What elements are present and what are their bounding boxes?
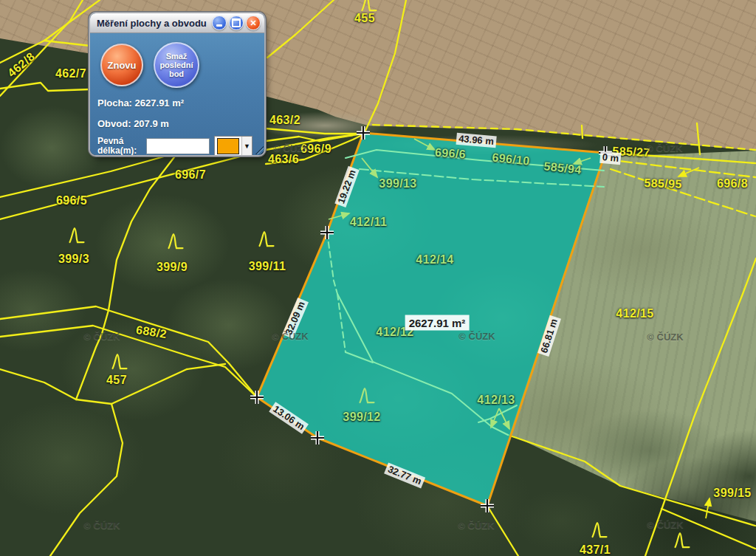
delete-last-point-button[interactable]: Smaž poslední bod [154,42,199,88]
parcel-label: 585/94 [543,159,583,176]
map-viewer: 455462/8462/7463/2696/9463/6696/7696/539… [0,0,756,556]
tree-icon [111,352,128,374]
tree-icon-glyph [361,0,378,13]
parcel-label: 696/10 [492,151,531,168]
copyright-watermark: © ČÚZK [272,331,308,342]
area-readout: Plocha: 2627.91 m² [97,97,257,109]
parcel-label: 399/13 [379,177,416,191]
fixed-length-label: Pevná délka(m): [97,137,142,155]
parcel-label: 462/7 [55,67,86,80]
edge-length-chip: 13.06 m [269,402,308,433]
parcel-label: 462/8 [5,50,38,80]
copyright-watermark: © ČÚZK [647,519,683,530]
parcel-label: 463/2 [269,114,300,127]
parcel-label: 696/5 [56,194,87,207]
parcel-label: 585/95 [644,176,682,191]
copyright-watermark: © ČÚZK [83,331,120,342]
delete-last-line1: Smaž [166,52,188,61]
edge-length-chip: 19.22 m [334,166,359,207]
line-color-dropdown[interactable]: ▼ [214,136,252,155]
close-icon: ✕ [250,19,256,27]
copyright-watermark: © ČÚZK [273,143,309,154]
perimeter-value: 207.9 m [134,118,169,129]
minimize-icon [216,24,222,27]
tree-icon-glyph [591,521,608,539]
parcel-label: 696/8 [717,177,748,191]
line-color-swatch [217,138,239,154]
parcel-label: 696/6 [434,146,466,162]
parcel-label: 412/11 [350,216,387,229]
parcel-label: 399/9 [157,261,188,274]
parcel-label: 399/15 [713,487,751,500]
area-value: 2627.91 m² [135,97,185,109]
edge-length-chip: 66.81 m [537,315,561,357]
edge-length-chip: 32.77 m [384,463,425,489]
minimize-button[interactable] [212,16,227,30]
parcel-label: 412/13 [477,394,515,407]
copyright-watermark: © ČÚZK [458,331,495,342]
tree-icon-glyph [168,232,185,250]
tree-icon-glyph [111,352,128,371]
parcel-label: 412/15 [616,307,653,320]
restore-button[interactable] [229,16,244,30]
parcel-label: 399/12 [343,411,380,424]
restore-icon [232,18,241,27]
redo-button[interactable]: Znovu [100,44,143,86]
parcel-label: 437/1 [580,543,611,556]
close-button[interactable]: ✕ [246,16,261,30]
parcel-label: 399/11 [249,260,286,273]
fixed-length-input[interactable] [146,138,210,154]
parcel-label: 457 [106,374,127,387]
tree-icon-glyph [69,226,86,244]
tree-icon [168,232,185,253]
copyright-watermark: © ČÚZK [646,143,682,154]
parcel-label: 412/14 [416,253,453,267]
parcel-label: 696/7 [175,168,206,182]
edge-length-chip: 43.96 m [456,133,497,148]
tree-icon [591,521,608,542]
area-chip: 2627.91 m² [405,315,470,331]
delete-last-line3: bod [169,69,184,78]
tree-icon [361,0,378,16]
edge-length-chip: 0 m [599,151,622,165]
chevron-down-icon: ▼ [241,137,252,155]
perimeter-label: Obvod: [97,118,131,129]
measure-dialog: Měření plochy a obvodu ✕ Znovu Smaž posl… [90,13,264,155]
dialog-title: Měření plochy a obvodu [97,18,210,29]
tree-icon [674,531,691,552]
parcel-label: 688/2 [135,323,168,341]
dialog-body: Znovu Smaž poslední bod Plocha: 2627.91 … [90,33,264,155]
tree-icon-glyph [258,230,275,248]
parcel-label: 463/6 [268,153,299,166]
copyright-watermark: © ČÚZK [83,520,120,531]
tree-icon-glyph [674,531,691,549]
copyright-watermark: © ČÚZK [647,332,683,343]
copyright-watermark: © ČÚZK [458,520,494,531]
fixed-length-label-line2: délka(m): [97,146,142,155]
perimeter-readout: Obvod: 207.9 m [97,118,257,129]
delete-last-line2: poslední [159,61,193,69]
tree-icon [359,386,376,408]
dialog-title-bar[interactable]: Měření plochy a obvodu ✕ [90,13,264,33]
parcel-label: 399/3 [58,253,89,266]
area-label: Plocha: [97,97,132,109]
tree-icon-glyph [359,386,376,405]
tree-icon [258,230,275,251]
tree-icon [69,226,86,247]
